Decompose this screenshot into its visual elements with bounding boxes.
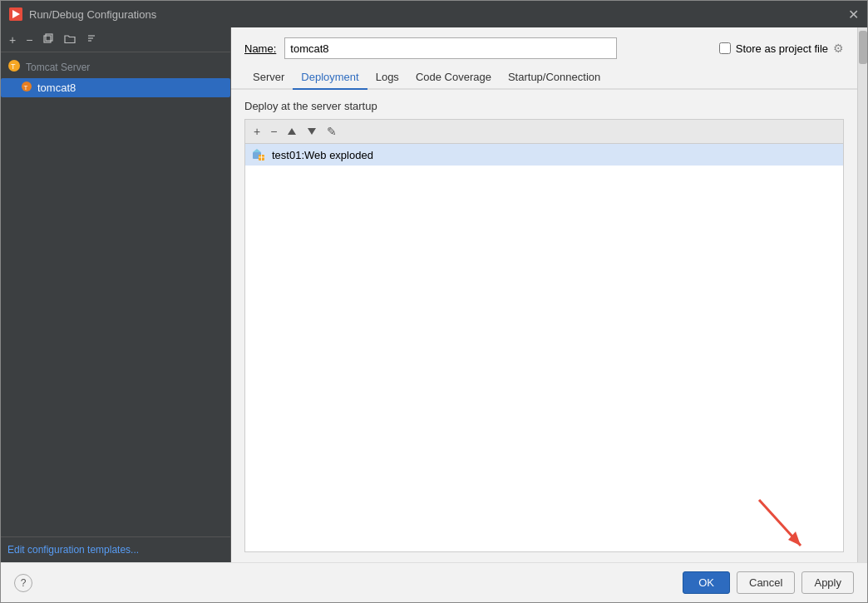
svg-marker-11 — [288, 128, 296, 135]
dialog-title: Run/Debug Configurations — [29, 8, 156, 21]
title-bar-left: Run/Debug Configurations — [9, 7, 156, 21]
store-project-checkbox[interactable] — [719, 42, 731, 54]
tab-deployment[interactable]: Deployment — [293, 66, 367, 90]
scrollbar[interactable] — [857, 27, 867, 562]
artifact-icon — [252, 148, 265, 161]
svg-marker-14 — [253, 149, 261, 152]
name-input[interactable] — [284, 37, 617, 59]
right-panel-wrapper: Name: Store as project file ⚙ Server Dep… — [231, 27, 867, 562]
deploy-panel: Deploy at the server startup + − — [231, 90, 857, 562]
main-content: + − — [1, 27, 867, 562]
tomcat-group-icon: T — [7, 59, 21, 75]
left-panel: + − — [1, 27, 231, 562]
deploy-add-button[interactable]: + — [250, 123, 264, 140]
svg-text:T: T — [24, 84, 28, 91]
tree-item-label: tomcat8 — [37, 82, 76, 94]
deploy-up-button[interactable] — [284, 123, 300, 140]
title-bar: Run/Debug Configurations ✕ — [1, 1, 867, 27]
deploy-down-button[interactable] — [303, 123, 320, 140]
deploy-edit-button[interactable]: ✎ — [323, 123, 340, 140]
remove-config-button[interactable]: − — [22, 32, 36, 48]
deploy-item-test01[interactable]: test01:Web exploded — [245, 144, 843, 166]
tree-group-label: Tomcat Server — [26, 62, 90, 73]
name-label: Name: — [244, 42, 276, 55]
name-row: Name: Store as project file ⚙ — [231, 27, 857, 66]
run-debug-dialog: Run/Debug Configurations ✕ + − — [0, 0, 868, 603]
tab-server[interactable]: Server — [244, 66, 293, 90]
copy-config-button[interactable] — [39, 31, 57, 48]
ok-button[interactable]: OK — [683, 571, 730, 594]
svg-text:T: T — [11, 62, 16, 71]
deploy-list: test01:Web exploded — [244, 143, 844, 552]
edit-templates-link[interactable]: Edit configuration templates... — [1, 536, 230, 562]
help-button[interactable]: ? — [14, 574, 32, 592]
svg-marker-12 — [308, 128, 316, 135]
cancel-button[interactable]: Cancel — [737, 571, 795, 594]
apply-button[interactable]: Apply — [801, 571, 854, 594]
tabs-row: Server Deployment Logs Code Coverage Sta… — [231, 66, 857, 90]
svg-rect-2 — [44, 36, 51, 42]
deploy-section-title: Deploy at the server startup — [244, 100, 844, 112]
add-config-button[interactable]: + — [6, 32, 19, 48]
tab-logs[interactable]: Logs — [367, 66, 407, 90]
deploy-remove-button[interactable]: − — [267, 123, 280, 140]
right-main: Name: Store as project file ⚙ Server Dep… — [231, 27, 857, 562]
store-project-container: Store as project file ⚙ — [719, 42, 844, 55]
sort-config-button[interactable] — [82, 31, 101, 48]
tree-item-tomcat8[interactable]: T tomcat8 — [1, 78, 230, 97]
app-icon — [9, 7, 22, 21]
config-tree: T Tomcat Server T tomcat8 — [1, 52, 230, 536]
tab-code-coverage[interactable]: Code Coverage — [407, 66, 500, 90]
left-toolbar: + − — [1, 27, 230, 52]
deploy-toolbar: + − ✎ — [244, 119, 844, 143]
store-project-label: Store as project file — [736, 42, 828, 55]
tomcat8-icon: T — [21, 81, 32, 95]
gear-icon[interactable]: ⚙ — [833, 42, 844, 55]
tree-group-tomcat: T Tomcat Server — [1, 56, 230, 78]
tab-startup-connection[interactable]: Startup/Connection — [500, 66, 609, 90]
deploy-item-label: test01:Web exploded — [272, 149, 373, 161]
folder-config-button[interactable] — [61, 32, 79, 48]
close-button[interactable]: ✕ — [848, 7, 859, 22]
scrollbar-thumb[interactable] — [859, 31, 867, 64]
bottom-bar: ? OK Cancel Apply — [1, 562, 867, 602]
svg-rect-3 — [46, 34, 52, 41]
